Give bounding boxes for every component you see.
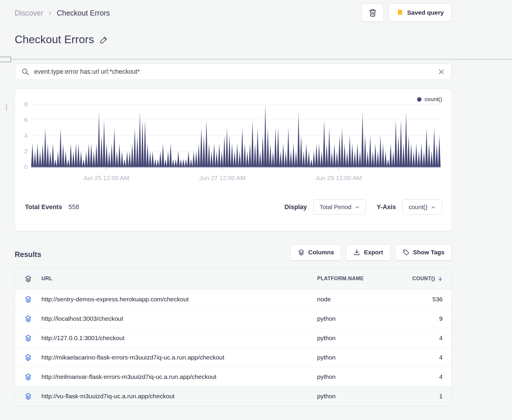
saved-query-label: Saved query	[407, 9, 444, 16]
svg-text:4: 4	[24, 132, 28, 139]
platform-cell: node	[317, 296, 401, 303]
count-cell: 4	[401, 373, 451, 380]
display-label: Display	[285, 204, 307, 211]
url-cell[interactable]: http://127.0.0.1:3001/checkout	[41, 335, 317, 342]
row-stack-icon[interactable]	[15, 295, 41, 303]
yaxis-dropdown[interactable]: count()	[402, 199, 442, 215]
search-icon	[21, 68, 29, 76]
page-title: Checkout Errors	[15, 33, 94, 46]
row-stack-icon[interactable]	[15, 354, 41, 361]
row-stack-icon[interactable]	[15, 315, 41, 322]
bookmark-icon	[396, 9, 404, 16]
export-button-label: Export	[364, 249, 383, 256]
sort-descending-arrow-icon	[437, 276, 443, 282]
yaxis-dropdown-value: count()	[409, 204, 427, 211]
total-events-value: 558	[68, 204, 79, 211]
row-stack-icon[interactable]	[15, 373, 41, 381]
column-header-platform[interactable]: PLATFORM.NAME	[317, 275, 401, 282]
row-stack-icon[interactable]	[15, 334, 41, 342]
columns-stack-icon	[298, 249, 305, 256]
display-dropdown-value: Total Period	[319, 204, 351, 211]
legend-count-label: count()	[425, 96, 442, 103]
table-row: http://localhost:3003/checkoutpython9	[15, 309, 451, 328]
count-header-label: COUNT()	[412, 275, 435, 282]
breadcrumb-current: Checkout Errors	[57, 9, 110, 17]
stack-icon[interactable]	[15, 275, 41, 283]
search-input[interactable]	[34, 68, 433, 75]
clear-search-icon[interactable]	[438, 68, 445, 75]
svg-text:2: 2	[24, 148, 28, 154]
table-body: http://sentry-demos-express.herokuapp.co…	[15, 290, 451, 406]
svg-text:Jun 27 12:00 AM: Jun 27 12:00 AM	[199, 174, 245, 181]
breadcrumb: Discover Checkout Errors	[15, 4, 110, 17]
platform-cell: python	[317, 354, 401, 361]
events-chart-card: count() 02468Jun 25 12:00 AMJun 27 12:00…	[15, 89, 452, 231]
url-cell[interactable]: http://neilmanvar-flask-errors-m3uuizd7i…	[41, 373, 317, 380]
url-cell[interactable]: http://mikaelacarino-flask-errors-m3uuiz…	[41, 354, 317, 361]
columns-button-label: Columns	[308, 249, 334, 256]
count-cell: 4	[401, 354, 451, 361]
total-events-label: Total Events	[25, 204, 62, 211]
edit-title-pencil-icon[interactable]	[99, 35, 108, 44]
table-row: http://sentry-demos-express.herokuapp.co…	[15, 290, 451, 309]
platform-cell: python	[317, 373, 401, 380]
table-row: http://vu-flask-m3uuizd7iq-uc.a.run.app/…	[15, 387, 451, 406]
tag-icon	[402, 249, 409, 256]
show-tags-button-label: Show Tags	[413, 249, 444, 256]
breadcrumb-discover-link[interactable]: Discover	[15, 9, 43, 17]
url-cell[interactable]: http://localhost:3003/checkout	[41, 315, 317, 322]
top-bar: Discover Checkout Errors Saved query Che…	[0, 0, 512, 60]
column-header-count[interactable]: COUNT()	[401, 275, 451, 282]
svg-text:Jun 25 12:00 AM: Jun 25 12:00 AM	[83, 174, 129, 181]
chevron-down-icon	[355, 205, 360, 210]
row-stack-icon[interactable]	[15, 392, 41, 400]
table-row: http://mikaelacarino-flask-errors-m3uuiz…	[15, 348, 451, 367]
download-icon	[353, 249, 360, 256]
chart-footer: Total Events 558 Display Total Period Y-…	[15, 189, 451, 215]
display-dropdown[interactable]: Total Period	[313, 199, 366, 215]
platform-cell: python	[317, 335, 401, 342]
table-row: http://127.0.0.1:3001/checkoutpython4	[15, 328, 451, 348]
legend-count-dot	[417, 97, 421, 102]
delete-query-button[interactable]	[362, 4, 384, 22]
url-cell[interactable]: http://vu-flask-m3uuizd7iq-uc.a.run.app/…	[41, 393, 317, 400]
platform-cell: python	[317, 393, 401, 400]
count-cell: 1	[401, 393, 451, 400]
results-table: URL PLATFORM.NAME COUNT() http://sentry-…	[15, 268, 452, 406]
url-cell[interactable]: http://sentry-demos-express.herokuapp.co…	[41, 296, 317, 303]
table-header-row: URL PLATFORM.NAME COUNT()	[15, 268, 451, 290]
svg-text:6: 6	[24, 116, 28, 123]
table-row: http://neilmanvar-flask-errors-m3uuizd7i…	[15, 367, 451, 387]
panel-resize-handle[interactable]	[0, 57, 11, 62]
events-chart[interactable]: 02468Jun 25 12:00 AMJun 27 12:00 AMJun 2…	[15, 92, 451, 189]
content-divider	[0, 59, 512, 60]
sidebar-collapse-nub	[6, 103, 7, 111]
count-cell: 9	[401, 315, 451, 322]
svg-text:Jun 29 12:00 AM: Jun 29 12:00 AM	[316, 174, 362, 181]
chart-legend: count()	[417, 96, 442, 103]
saved-query-button[interactable]: Saved query	[389, 4, 452, 22]
yaxis-label: Y-Axis	[377, 204, 396, 211]
column-header-url[interactable]: URL	[41, 275, 317, 282]
chevron-right-icon	[47, 11, 53, 16]
export-button[interactable]: Export	[346, 244, 390, 261]
chevron-down-icon	[431, 205, 436, 210]
svg-text:0: 0	[24, 163, 28, 170]
trash-icon	[369, 8, 377, 17]
svg-text:8: 8	[24, 101, 28, 107]
search-bar	[15, 63, 452, 80]
count-cell: 4	[401, 335, 451, 342]
show-tags-button[interactable]: Show Tags	[395, 244, 452, 261]
platform-cell: python	[317, 315, 401, 322]
count-cell: 536	[401, 296, 451, 303]
results-heading: Results	[15, 250, 41, 261]
columns-button[interactable]: Columns	[290, 244, 342, 261]
